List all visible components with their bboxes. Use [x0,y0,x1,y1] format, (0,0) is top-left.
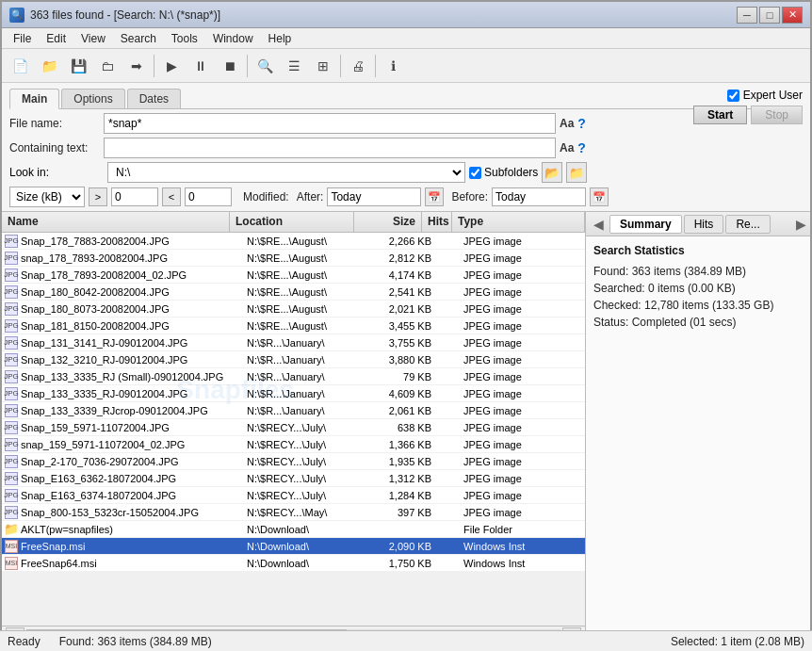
size-lt-input[interactable] [185,187,232,206]
minimize-button[interactable]: ─ [737,7,757,24]
menu-help[interactable]: Help [261,30,300,47]
table-row[interactable]: MSI FreeSnap64.msi N:\Download\ 1,750 KB… [2,555,585,572]
col-size[interactable]: Size [354,212,422,232]
start-button[interactable]: Start [693,106,747,124]
size-gt-input[interactable] [111,187,158,206]
jpeg-icon: JPG [5,472,18,485]
toolbar-stop[interactable]: ⏹ [216,53,244,79]
table-row[interactable]: JPG Snap_178_7883-20082004.JPG N:\$RE...… [2,233,585,250]
right-pane-arrow-left[interactable]: ◀ [590,217,608,232]
table-row[interactable]: JPG Snap_131_3141_RJ-09012004.JPG N:\$R.… [2,334,585,351]
modified-label: Modified: [243,190,289,203]
file-size-cell: 1,284 KB [369,490,435,501]
col-location[interactable]: Location [230,212,354,232]
toolbar-search[interactable]: 🔍 [251,53,279,79]
file-type-cell: JPEG image [463,236,583,247]
before-cal-btn[interactable]: 📅 [590,187,609,206]
col-type[interactable]: Type [452,212,585,232]
toolbar-open[interactable]: 📁 [35,53,63,79]
toolbar-sep1 [154,55,154,77]
close-button[interactable]: ✕ [782,7,803,24]
table-row[interactable]: JPG Snap_180_8073-20082004.JPG N:\$RE...… [2,301,585,317]
stats-row: Searched: 0 items (0.00 KB) [593,282,803,295]
browse-folder-btn2[interactable]: 📁 [566,162,587,183]
table-row[interactable]: JPG Snap_800-153_5323cr-15052004.JPG N:\… [2,504,585,521]
look-in-select[interactable]: N:\ [107,162,465,183]
file-icon: JPG [4,386,19,401]
tab-options[interactable]: Options [61,89,124,108]
file-location-cell: N:\$RE...\August\ [247,269,369,281]
browse-folder-btn[interactable]: 📂 [542,162,562,183]
file-name-case-btn[interactable]: Aa [560,117,574,130]
file-type-cell: JPEG image [463,422,583,433]
right-tab-summary[interactable]: Summary [609,215,682,234]
table-row[interactable]: JPG Snap_E163_6374-18072004.JPG N:\$RECY… [2,487,585,504]
table-row[interactable]: JPG Snap_133_3335_RJ-09012004.JPG N:\$R.… [2,385,585,402]
col-name[interactable]: Name [2,212,230,232]
menu-file[interactable]: File [6,30,39,47]
toolbar-new[interactable]: 📄 [6,53,34,79]
file-name-help-btn[interactable]: ? [577,116,586,131]
containing-text-input[interactable] [104,138,556,158]
file-location-cell: N:\$RECY...\July\ [247,490,369,501]
table-row[interactable]: JPG snap_159_5971-11072004_02.JPG N:\$RE… [2,436,585,453]
before-date-input[interactable] [492,187,586,206]
file-name-cell: Snap_159_5971-11072004.JPG [21,422,247,433]
menu-view[interactable]: View [73,30,113,47]
menu-edit[interactable]: Edit [39,30,73,47]
file-icon: MSI [4,539,19,554]
maximize-button[interactable]: □ [759,7,780,24]
toolbar-info[interactable]: ℹ [379,53,407,79]
toolbar-save[interactable]: 💾 [64,53,92,79]
list-header: Name Location Size Hits Type [2,212,585,233]
stats-row: Found: 363 items (384.89 MB) [593,265,803,278]
toolbar-pause[interactable]: ⏸ [187,53,215,79]
size-gt-btn[interactable]: > [89,187,107,206]
file-list[interactable]: JPG Snap_178_7883-20082004.JPG N:\$RE...… [2,233,585,572]
menu-tools[interactable]: Tools [164,30,205,47]
after-date-input[interactable] [327,187,421,206]
menu-search[interactable]: Search [113,30,164,47]
file-size-cell: 1,312 KB [369,473,435,484]
toolbar-list[interactable]: ☰ [280,53,308,79]
toolbar-grid[interactable]: ⊞ [309,53,337,79]
table-row[interactable]: JPG Snap_133_3335_RJ (Small)-09012004.JP… [2,368,585,385]
tab-main[interactable]: Main [9,89,59,109]
table-row[interactable]: JPG Snap_178_7893-20082004_02.JPG N:\$RE… [2,267,585,284]
table-row[interactable]: JPG snap_178_7893-20082004.JPG N:\$RE...… [2,250,585,267]
table-row[interactable]: JPG Snap_132_3210_RJ-09012004.JPG N:\$R.… [2,351,585,368]
toolbar-export[interactable]: ➡ [122,53,151,79]
jpeg-icon: JPG [5,387,18,400]
col-hits[interactable]: Hits [422,212,452,232]
file-size-cell: 2,812 KB [369,252,435,264]
table-row[interactable]: JPG Snap_133_3339_RJcrop-09012004.JPG N:… [2,402,585,419]
expert-user-row: Expert User [727,89,803,102]
menu-window[interactable]: Window [205,30,261,47]
table-row[interactable]: JPG Snap_180_8042-20082004.JPG N:\$RE...… [2,284,585,301]
toolbar-print[interactable]: 🖨 [344,53,372,79]
right-tab-re[interactable]: Re... [725,215,770,234]
table-row[interactable]: JPG Snap_181_8150-20082004.JPG N:\$RE...… [2,317,585,334]
toolbar-sep3 [340,55,341,77]
table-row[interactable]: JPG Snap_159_5971-11072004.JPG N:\$RECY.… [2,419,585,436]
after-cal-btn[interactable]: 📅 [425,187,444,206]
containing-text-case-btn[interactable]: Aa [560,141,574,155]
file-name-input[interactable] [104,113,556,134]
size-lt-btn[interactable]: < [162,187,181,206]
toolbar-play[interactable]: ▶ [157,53,186,79]
toolbar: 📄 📁 💾 🗀 ➡ ▶ ⏸ ⏹ 🔍 ☰ ⊞ 🖨 ℹ [2,49,810,83]
stop-button[interactable]: Stop [751,106,803,124]
title-bar-buttons: ─ □ ✕ [737,7,803,24]
containing-text-help-btn[interactable]: ? [577,140,586,155]
table-row[interactable]: MSI FreeSnap.msi N:\Download\ 2,090 KB W… [2,538,585,555]
table-row[interactable]: 📁 AKLT(pw=snapfiles) N:\Download\ File F… [2,521,585,538]
toolbar-save2[interactable]: 🗀 [93,53,122,79]
size-select[interactable]: Size (kB) [9,187,85,207]
expert-user-checkbox[interactable] [727,90,739,102]
subfolders-checkbox[interactable] [469,167,481,179]
table-row[interactable]: JPG Snap_2-170_7036-29072004.JPG N:\$REC… [2,453,585,470]
right-pane-more-btn[interactable]: ▶ [796,217,806,232]
right-tab-hits[interactable]: Hits [684,215,724,234]
tab-dates[interactable]: Dates [127,89,181,108]
table-row[interactable]: JPG Snap_E163_6362-18072004.JPG N:\$RECY… [2,470,585,487]
